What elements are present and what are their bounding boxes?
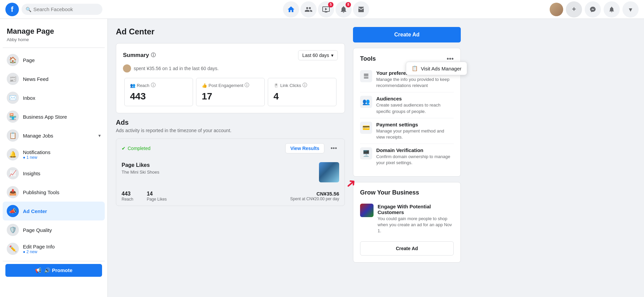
tool-name: Payment settings [376,122,454,127]
main-content: Ad Center Summary ⓘ Last 60 days ▾ spent… [108,19,644,297]
date-filter-dropdown[interactable]: Last 60 days ▾ [298,50,338,60]
sidebar-item-notifications[interactable]: 🔔 Notifications ● 1 new [3,145,105,164]
create-ad-button[interactable]: Create Ad [353,27,461,42]
link-clicks-value: 4 [273,91,331,102]
nav-right: + ▾ [550,1,639,18]
engagement-icon: 👍 [202,83,207,88]
inbox-icon: ✉️ [7,92,19,104]
sidebar-item-label: Insights [23,171,101,176]
sidebar-divider-2 [3,261,105,261]
post-engagement-metric: 👍 Post Engagement ⓘ 17 [196,78,265,106]
tool-desc: Manage your payment method and view rece… [376,128,454,140]
facebook-logo[interactable]: f [5,3,19,16]
tool-item-audiences: 👥 Audiences Create saved audiences to re… [360,92,454,118]
sidebar-item-label: Manage Jobs [23,133,94,139]
ad-reach-metric: 443 Reach [122,191,133,202]
visit-ads-manager-label: Visit Ads Manager [421,66,461,71]
notifications-nav-btn[interactable]: 8 [335,1,352,18]
link-clicks-icon: 🖱️ [273,83,279,88]
page-icon: 🏠 [7,54,19,66]
ad-thumbnail-img [319,162,339,182]
marketplace-nav-btn[interactable] [353,1,369,18]
tool-item-domain: 🖥️ Domain Verification Confirm domain ow… [360,144,454,169]
home-nav-btn[interactable] [283,1,299,18]
add-btn[interactable]: + [566,1,582,18]
ad-reach-value: 443 [122,191,133,197]
grow-desc: You could gain more people to shop when … [378,216,454,234]
messenger-btn[interactable] [585,1,601,18]
sidebar-item-label: Ad Center [23,208,101,214]
view-results-button[interactable]: View Results [285,143,324,153]
search-input[interactable] [33,6,98,12]
completed-badge: ✔ Completed [122,146,151,151]
ad-reach-label: Reach [122,197,133,202]
checkmark-icon: ✔ [122,146,126,151]
friends-nav-btn[interactable] [300,1,317,18]
reach-metric: 👥 Reach ⓘ 443 [124,78,193,106]
sidebar-item-label: Notifications [23,149,101,155]
sidebar: Manage Page Abby home 🏠 Page 📰 News Feed… [0,19,108,297]
plus-icon: + [572,5,576,13]
sidebar-item-label: News Feed [23,76,101,82]
chevron-icon: ▾ [98,133,101,138]
ad-thumbnail [319,162,339,182]
summary-description: spent ¥35.56 on 1 ad in the last 60 days… [123,64,338,72]
visit-ads-manager-dropdown[interactable]: 📋 Visit Ads Manager [406,62,467,75]
chevron-down-icon: ▾ [331,53,333,58]
ads-manager-icon: 📋 [412,65,418,71]
tool-name: Audiences [376,96,454,101]
tool-desc: Manage the info you provided to keep rec… [376,77,454,89]
insights-icon: 📈 [7,167,19,179]
sidebar-item-label: Page Quality [23,227,101,233]
manage-page-title: Manage Page [3,24,105,37]
sidebar-item-insights[interactable]: 📈 Insights [3,164,105,183]
ad-item: ✔ Completed View Results ••• Page Likes … [116,139,345,206]
manage-jobs-icon: 📋 [7,129,19,142]
sidebar-item-publishing-tools[interactable]: 📤 Publishing Tools [3,183,105,202]
notifications-sub: ● 1 new [23,155,101,160]
account-dropdown-btn[interactable]: ▾ [622,1,639,18]
audiences-icon: 👥 [360,96,372,108]
alerts-btn[interactable] [604,1,620,18]
reach-icon: 👥 [130,83,135,88]
sidebar-item-label: Edit Page Info [23,244,101,249]
ad-spent-value: CN¥35.56 [290,191,339,197]
metrics-row: 👥 Reach ⓘ 443 👍 Post Engagement ⓘ 17 [123,78,338,106]
post-engagement-value: 17 [202,91,259,102]
sidebar-item-manage-jobs[interactable]: 📋 Manage Jobs ▾ [3,126,105,145]
sidebar-item-label: Inbox [23,95,101,101]
right-panel: Create Ad Tools ••• 📋 Visit Ads Manager … [353,27,461,289]
sidebar-item-business-app-store[interactable]: 🏪 Business App Store [3,107,105,126]
grow-name: Engage With Potential Customers [378,204,454,215]
preferences-icon: ☰ [360,70,372,82]
edit-page-info-sub: ● 2 new [23,249,101,254]
business-app-store-icon: 🏪 [7,111,19,123]
sidebar-item-news-feed[interactable]: 📰 News Feed [3,69,105,88]
user-avatar[interactable] [550,3,563,16]
promote-button[interactable]: 📢 🔊 Promote [5,264,102,277]
ad-page: The Mini Ski Shoes [122,170,314,175]
video-nav-btn[interactable]: 5 [318,1,334,18]
publishing-tools-icon: 📤 [7,186,19,198]
sidebar-item-page[interactable]: 🏠 Page [3,51,105,69]
ellipsis-icon: ••• [331,145,337,152]
megaphone-icon: 📢 [35,267,41,273]
tool-name: Domain Verification [376,147,454,153]
tool-item-payment: 💳 Payment settings Manage your payment m… [360,118,454,144]
ad-metrics-row: 443 Reach 14 Page Likes CN¥35.56 Spent a… [116,186,345,206]
reach-info-icon: ⓘ [151,82,156,88]
ads-subtitle: Ads activity is reported in the timezone… [116,128,345,133]
sidebar-item-edit-page-info[interactable]: ✏️ Edit Page Info ● 2 new [3,239,105,258]
ad-page-likes-metric: 14 Page Likes [147,191,167,202]
reach-value: 443 [130,91,187,102]
tool-desc: Create saved audiences to reach specific… [376,102,454,114]
sidebar-item-ad-center[interactable]: 📣 Ad Center [3,202,105,220]
ad-page-likes-value: 14 [147,191,167,197]
search-bar[interactable]: 🔍 [22,4,102,15]
sidebar-item-page-quality[interactable]: 🛡️ Page Quality [3,220,105,239]
bottom-create-ad-button[interactable]: Create Ad [360,241,454,256]
notifications-badge: 8 [346,2,351,7]
grow-business-card: Grow Your Business Engage With Potential… [353,182,461,263]
more-options-button[interactable]: ••• [328,143,339,154]
sidebar-item-inbox[interactable]: ✉️ Inbox [3,88,105,107]
